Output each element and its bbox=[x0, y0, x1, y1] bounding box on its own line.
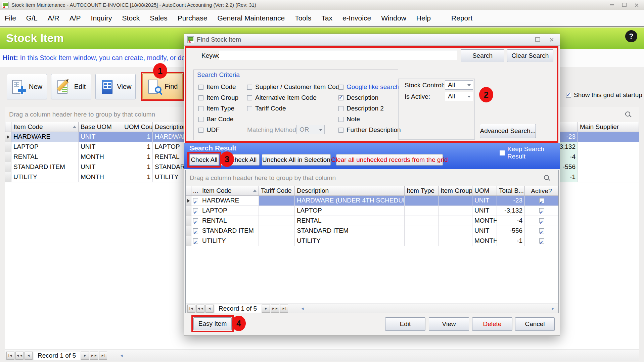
next-page-button[interactable]: ►► bbox=[271, 305, 279, 313]
cell-checkbox[interactable] bbox=[191, 196, 200, 206]
first-record-button[interactable]: |◄ bbox=[6, 352, 14, 360]
cell-uom[interactable]: UNIT bbox=[472, 226, 497, 236]
previous-page-button[interactable]: ◄◄ bbox=[15, 352, 24, 360]
table-row[interactable]: HARDWARE HARDWARE (UNDER 4TH SCHEDULE) U… bbox=[186, 196, 558, 206]
menu-help[interactable]: Help bbox=[416, 14, 431, 22]
delete-button[interactable]: Delete bbox=[472, 317, 512, 331]
cell-tariff-code[interactable] bbox=[259, 196, 295, 206]
cell-item-code[interactable]: LAPTOP bbox=[11, 142, 79, 152]
is-active-dropdown[interactable]: All bbox=[445, 92, 473, 101]
menu-stock[interactable]: Stock bbox=[122, 14, 140, 22]
menu-general-maintenance[interactable]: General Maintenance bbox=[217, 14, 285, 22]
cell-uom-count[interactable]: 1 bbox=[122, 172, 153, 182]
cell-uom[interactable]: MONTH bbox=[472, 236, 497, 246]
minimize-icon[interactable] bbox=[610, 4, 614, 5]
cell-base-uom[interactable]: MONTH bbox=[79, 152, 122, 162]
cell-description[interactable]: LAPTOP bbox=[295, 206, 405, 216]
cell-main-supplier[interactable] bbox=[578, 162, 639, 172]
active-checkbox[interactable] bbox=[539, 208, 544, 213]
menu-tax[interactable]: Tax bbox=[321, 14, 332, 22]
cell-item-code[interactable]: LAPTOP bbox=[200, 206, 259, 216]
new-button[interactable]: New bbox=[7, 74, 47, 99]
cell-tariff-code[interactable] bbox=[259, 206, 295, 216]
column-header-tariff-code[interactable]: Tariff Code bbox=[259, 186, 295, 196]
supplier-customer-item-code-checkbox[interactable] bbox=[247, 85, 252, 90]
matching-method-dropdown[interactable]: OR bbox=[296, 125, 325, 134]
cell-active[interactable] bbox=[525, 226, 558, 236]
cell-item-type[interactable] bbox=[405, 226, 439, 236]
cell-total[interactable]: -4 bbox=[497, 216, 525, 226]
bar-code-checkbox[interactable] bbox=[198, 117, 203, 122]
cell-item-code[interactable]: UTILITY bbox=[11, 172, 79, 182]
cell-tariff-code[interactable] bbox=[259, 216, 295, 226]
cell-item-group[interactable] bbox=[439, 196, 472, 206]
last-record-button[interactable]: ►| bbox=[280, 305, 288, 313]
scroll-right-icon[interactable]: ► bbox=[551, 306, 555, 311]
cell-checkbox[interactable] bbox=[191, 216, 200, 226]
last-record-button[interactable]: ►| bbox=[99, 352, 107, 360]
column-header-main-supplier[interactable]: Main Supplier bbox=[578, 122, 639, 132]
close-icon[interactable] bbox=[635, 3, 639, 7]
menu-sales[interactable]: Sales bbox=[150, 14, 168, 22]
item-code-checkbox[interactable] bbox=[198, 85, 203, 90]
view-button[interactable]: View bbox=[95, 74, 136, 99]
clear-search-button[interactable]: Clear Search bbox=[507, 49, 553, 62]
item-type-checkbox[interactable] bbox=[198, 106, 203, 111]
cell-item-group[interactable] bbox=[439, 216, 472, 226]
uncheck-all-in-selection-button[interactable]: Uncheck All in Selection bbox=[262, 154, 331, 166]
active-checkbox[interactable] bbox=[539, 198, 544, 203]
table-row[interactable]: STANDARD ITEM STANDARD ITEM UNIT -556 bbox=[186, 226, 558, 236]
udf-checkbox[interactable] bbox=[198, 128, 203, 133]
cell-uom[interactable]: UNIT bbox=[472, 196, 497, 206]
search-button[interactable]: Search bbox=[461, 49, 504, 62]
active-checkbox[interactable] bbox=[539, 218, 544, 223]
cell-checkbox[interactable] bbox=[191, 206, 200, 216]
cancel-button[interactable]: Cancel bbox=[515, 317, 555, 331]
group-by-bar[interactable]: Drag a column header here to group by th… bbox=[186, 170, 558, 186]
description-checkbox[interactable] bbox=[338, 95, 343, 100]
previous-record-button[interactable]: ◄ bbox=[205, 305, 214, 313]
cell-checkbox[interactable] bbox=[191, 226, 200, 236]
cell-active[interactable] bbox=[525, 216, 558, 226]
cell-base-uom[interactable]: UNIT bbox=[79, 162, 122, 172]
menu-file[interactable]: File bbox=[5, 14, 16, 22]
cell-item-code[interactable]: STANDARD ITEM bbox=[200, 226, 259, 236]
cell-item-code[interactable]: HARDWARE bbox=[11, 132, 79, 142]
keyword-input[interactable] bbox=[219, 50, 457, 60]
note-checkbox[interactable] bbox=[338, 117, 343, 122]
cell-base-uom[interactable]: UNIT bbox=[79, 132, 122, 142]
cell-description[interactable]: UTILITY bbox=[295, 236, 405, 246]
next-page-button[interactable]: ►► bbox=[90, 352, 98, 360]
cell-description[interactable]: HARDWARE (UNDER 4TH SCHEDULE) bbox=[295, 196, 405, 206]
column-header-uom[interactable]: UOM bbox=[472, 186, 497, 196]
minimize-icon[interactable] bbox=[535, 37, 540, 42]
cell-item-code[interactable]: UTILITY bbox=[200, 236, 259, 246]
edit-button[interactable]: Edit bbox=[385, 317, 425, 331]
checkbox-checked-icon[interactable] bbox=[193, 218, 198, 223]
cell-main-supplier[interactable] bbox=[578, 132, 639, 142]
column-header-active[interactable]: Active? bbox=[525, 186, 558, 196]
cell-description[interactable]: STANDARD ITEM bbox=[295, 226, 405, 236]
cell-item-group[interactable] bbox=[439, 236, 472, 246]
stock-control-dropdown[interactable]: All bbox=[445, 80, 473, 90]
menu-window[interactable]: Window bbox=[381, 14, 406, 22]
cell-tariff-code[interactable] bbox=[259, 226, 295, 236]
cell-checkbox[interactable] bbox=[191, 236, 200, 246]
alternative-item-code-checkbox[interactable] bbox=[247, 95, 252, 100]
cell-main-supplier[interactable] bbox=[578, 172, 639, 182]
cell-item-group[interactable] bbox=[439, 226, 472, 236]
menu-ap[interactable]: A/P bbox=[70, 14, 81, 22]
further-description-checkbox[interactable] bbox=[338, 128, 343, 133]
cell-uom-count[interactable]: 1 bbox=[122, 152, 153, 162]
active-checkbox[interactable] bbox=[539, 238, 544, 243]
cell-uom[interactable]: MONTH bbox=[472, 216, 497, 226]
column-header-item-type[interactable]: Item Type bbox=[405, 186, 439, 196]
next-record-button[interactable]: ► bbox=[81, 352, 89, 360]
table-row[interactable]: LAPTOP LAPTOP UNIT -3,132 bbox=[186, 206, 558, 216]
menu-tools[interactable]: Tools bbox=[295, 14, 311, 22]
cell-item-group[interactable] bbox=[439, 206, 472, 216]
cell-item-code[interactable]: HARDWARE bbox=[200, 196, 259, 206]
cell-total[interactable]: -556 bbox=[497, 226, 525, 236]
cell-item-type[interactable] bbox=[405, 216, 439, 226]
menu-inquiry[interactable]: Inquiry bbox=[91, 14, 112, 22]
